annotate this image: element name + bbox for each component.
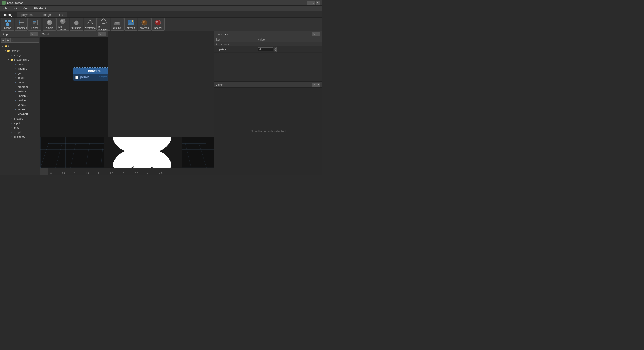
- ruler-tick-05: 0.5: [62, 172, 65, 174]
- tree-item-program[interactable]: ▪ program: [0, 85, 40, 89]
- pn-triangles-button[interactable]: pn triangles: [97, 18, 110, 31]
- editor-view-button[interactable]: Editor: [28, 18, 41, 31]
- graph-panel: Graph ◇ ✕ ◀ ▶ / ▼ 📁 / ▼ 📁 net: [0, 31, 40, 175]
- skybox-button[interactable]: skybox: [124, 18, 137, 31]
- tree-item-image-2[interactable]: ▪ image: [0, 75, 40, 80]
- tree-item-draw[interactable]: ▪ draw: [0, 62, 40, 66]
- props-section-network[interactable]: ▼ network: [214, 42, 322, 46]
- graph-editor-pin-button[interactable]: ◇: [98, 32, 102, 36]
- tree-item-network[interactable]: ▼ 📁 network: [0, 48, 40, 53]
- auto-normals-button[interactable]: auto normals: [56, 18, 69, 31]
- turntable-button[interactable]: turntable: [70, 18, 83, 31]
- simple-button[interactable]: simple: [43, 18, 56, 31]
- graph-view-button[interactable]: Graph: [1, 18, 14, 31]
- file-icon-program: ▪: [14, 85, 17, 89]
- editor-close-button[interactable]: ✕: [316, 83, 320, 87]
- phong-label: phong: [154, 27, 162, 29]
- tree-item-root[interactable]: ▼ 📁 /: [0, 44, 40, 48]
- svg-point-35: [156, 21, 158, 23]
- menu-edit[interactable]: Edit: [10, 6, 20, 11]
- envmap-icon: [141, 19, 148, 26]
- editor-panel-header: Editor ◇ ✕: [214, 82, 322, 88]
- tree-item-grid[interactable]: ▪ grid: [0, 71, 40, 75]
- turntable-label: turntable: [72, 27, 82, 29]
- properties-close-button[interactable]: ✕: [316, 32, 320, 36]
- props-petals-down[interactable]: ▼: [274, 49, 277, 52]
- tab-image[interactable]: image: [38, 12, 55, 17]
- props-petals-input[interactable]: [258, 47, 273, 51]
- menu-file[interactable]: File: [0, 6, 10, 11]
- properties-pin-button[interactable]: ◇: [312, 32, 316, 36]
- app-title: possumwood: [7, 1, 23, 4]
- wireframe-button[interactable]: wireframe: [84, 18, 97, 31]
- graph-editor-close-button[interactable]: ✕: [102, 32, 106, 36]
- tree-item-input[interactable]: ▪ input: [0, 121, 40, 125]
- nav-back-button[interactable]: ◀: [1, 38, 6, 43]
- tree-item-fragm[interactable]: ▪ fragm...: [0, 66, 40, 71]
- graph-pin-button[interactable]: ◇: [30, 32, 34, 36]
- graph-editor-title: Graph: [42, 33, 50, 36]
- graph-panel-title: Graph: [2, 33, 9, 36]
- phong-button[interactable]: phong: [151, 18, 165, 31]
- tree-item-math[interactable]: ▪ math: [0, 125, 40, 130]
- tree-arrow-draw: [11, 63, 14, 66]
- close-button[interactable]: ✕: [316, 1, 320, 5]
- tree-arrow-viewport: [11, 112, 14, 115]
- viewport-canvas[interactable]: [40, 137, 214, 168]
- tree-arrow-unsign1: [11, 94, 14, 97]
- tree-item-images[interactable]: ▪ images: [0, 116, 40, 121]
- file-icon-viewport: ▪: [14, 112, 17, 116]
- auto-normals-label: auto normals: [58, 25, 68, 31]
- envmap-button[interactable]: envmap: [138, 18, 151, 31]
- auto-normals-icon: [59, 18, 66, 25]
- network-node[interactable]: network petals network: [73, 67, 108, 81]
- graph-canvas[interactable]: network petals network: [40, 37, 108, 137]
- maximize-button[interactable]: □: [311, 1, 315, 5]
- graph-close-button[interactable]: ✕: [34, 32, 38, 36]
- tree-item-script[interactable]: ▪ script: [0, 130, 40, 134]
- turntable-icon: [73, 19, 80, 26]
- tree-item-unsign1[interactable]: ▪ unsign...: [0, 94, 40, 98]
- tree-item-image-dis[interactable]: ▼ 📁 image_dis...: [0, 57, 40, 62]
- ruler-tick-15: 1.5: [86, 172, 89, 174]
- tree-item-unsign2[interactable]: ▪ unsign...: [0, 98, 40, 103]
- simple-icon: [46, 19, 53, 26]
- ruler-tick-35: 3.5: [135, 172, 138, 174]
- phong-icon: [154, 19, 162, 26]
- tree-item-texture[interactable]: ▪ texture: [0, 89, 40, 94]
- tree-item-vertex2[interactable]: ▪ vertex...: [0, 107, 40, 112]
- app-icon: [2, 1, 6, 5]
- tree-item-vertex1[interactable]: ▪ vertex...: [0, 103, 40, 107]
- main-area: Graph ◇ ✕ ◀ ▶ / ▼ 📁 / ▼ 📁 net: [0, 31, 322, 175]
- tree-item-viewport[interactable]: ▪ viewport: [0, 112, 40, 116]
- simple-label: simple: [46, 27, 53, 29]
- props-petals-up[interactable]: ▲: [274, 47, 277, 49]
- props-col-item: item: [214, 37, 256, 42]
- menu-playback[interactable]: Playback: [32, 6, 49, 11]
- properties-view-button[interactable]: Properties: [15, 18, 28, 31]
- svg-point-32: [142, 20, 147, 25]
- tree-item-metad[interactable]: ▪ metad...: [0, 80, 40, 85]
- viewport-section: 0 0.5 1 1.5 2 2.5 3 3.5 4 4.5: [40, 137, 214, 175]
- tree-item-image-1[interactable]: ▪ image: [0, 53, 40, 57]
- svg-point-18: [61, 20, 63, 22]
- minimize-button[interactable]: ─: [307, 1, 311, 5]
- graph-icon: [4, 19, 11, 26]
- svg-point-8: [19, 21, 20, 22]
- tab-polymesh[interactable]: polymesh: [17, 12, 38, 17]
- node-body: petals network: [73, 74, 108, 81]
- editor-no-selection: No editable node selected: [214, 88, 322, 175]
- tab-opengl[interactable]: opengl: [0, 12, 17, 17]
- tab-lua[interactable]: lua: [55, 12, 67, 17]
- menu-view[interactable]: View: [20, 6, 32, 11]
- svg-rect-11: [32, 20, 37, 25]
- view-toolbar-group: Graph Properties: [1, 18, 41, 31]
- titlebar: possumwood ─ □ ✕: [0, 0, 322, 6]
- tree-item-unsigned[interactable]: ▪ unsigned: [0, 134, 40, 139]
- nav-forward-button[interactable]: ▶: [6, 38, 11, 43]
- ground-button[interactable]: ground: [111, 18, 124, 31]
- editor-pin-button[interactable]: ◇: [312, 83, 316, 87]
- tree-label-metad: metad...: [18, 81, 28, 84]
- tree-label-unsign1: unsign...: [18, 94, 28, 97]
- ruler-tick-2: 2: [98, 172, 99, 174]
